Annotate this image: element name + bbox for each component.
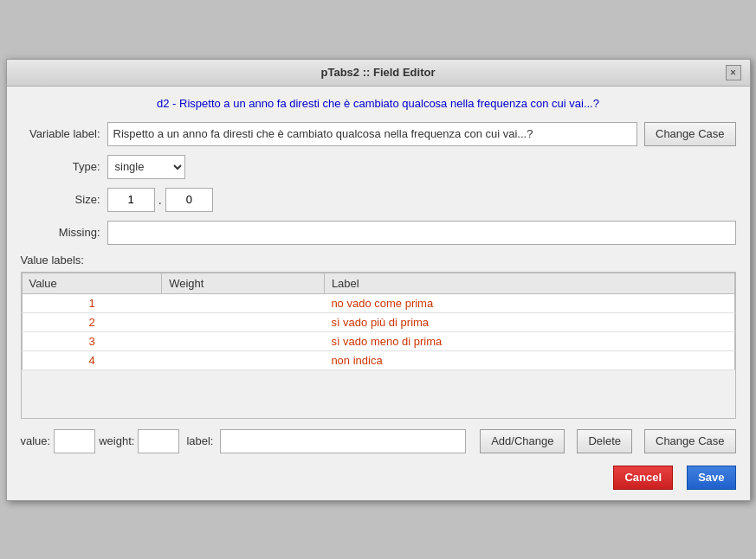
action-buttons: Add/Change Delete Change Case [473, 429, 735, 453]
table-row[interactable]: 3sì vado meno di prima [22, 331, 734, 350]
missing-row: Missing: [21, 221, 736, 245]
cell-value: 4 [22, 350, 162, 369]
variable-label-row: Variable label: Change Case [21, 122, 736, 146]
change-case-button-bottom[interactable]: Change Case [644, 429, 736, 453]
change-case-button-top[interactable]: Change Case [644, 122, 736, 146]
cell-value: 3 [22, 331, 162, 350]
size-input-1[interactable] [107, 188, 155, 212]
save-button[interactable]: Save [687, 466, 735, 490]
title-bar: pTabs2 :: Field Editor × [7, 60, 750, 87]
cell-label: sì vado più di prima [324, 312, 734, 331]
col-header-value: Value [22, 273, 162, 293]
cell-weight [162, 350, 325, 369]
cancel-button[interactable]: Cancel [613, 466, 673, 490]
value-labels-table: Value Weight Label 1no vado come prima2s… [22, 273, 735, 370]
cell-label: sì vado meno di prima [324, 331, 734, 350]
value-labels-section: Value labels: Value Weight Label 1no vad… [21, 254, 736, 419]
cell-weight [162, 293, 325, 312]
size-input-2[interactable] [165, 188, 213, 212]
add-change-button[interactable]: Add/Change [480, 429, 565, 453]
col-header-weight: Weight [162, 273, 325, 293]
bottom-weight-input[interactable] [138, 429, 179, 453]
bottom-weight-label: weight: [99, 434, 134, 447]
cell-value: 2 [22, 312, 162, 331]
size-row: Size: . [21, 188, 736, 212]
missing-label: Missing: [21, 226, 107, 239]
variable-label-input[interactable] [107, 122, 638, 146]
type-label: Type: [21, 160, 107, 173]
col-header-label: Label [324, 273, 734, 293]
window-title: pTabs2 :: Field Editor [31, 66, 726, 79]
subtitle: d2 - Rispetto a un anno fa diresti che è… [21, 97, 736, 110]
type-select-wrapper: single [107, 155, 185, 179]
cell-weight [162, 331, 325, 350]
cell-label: non indica [324, 350, 734, 369]
bottom-label-input[interactable] [220, 429, 466, 453]
footer-buttons: Cancel Save [21, 466, 736, 490]
size-label: Size: [21, 193, 107, 206]
value-labels-table-container[interactable]: Value Weight Label 1no vado come prima2s… [21, 272, 736, 419]
variable-label-label: Variable label: [21, 127, 107, 140]
cell-value: 1 [22, 293, 162, 312]
cell-weight [162, 312, 325, 331]
bottom-value-label: value: [21, 434, 51, 447]
delete-button[interactable]: Delete [577, 429, 632, 453]
table-row[interactable]: 1no vado come prima [22, 293, 734, 312]
cell-label: no vado come prima [324, 293, 734, 312]
size-separator: . [158, 192, 162, 208]
bottom-value-input[interactable] [54, 429, 95, 453]
field-editor-window: pTabs2 :: Field Editor × d2 - Rispetto a… [6, 59, 751, 501]
bottom-label-label: label: [186, 434, 213, 447]
bottom-input-row: value: weight: label: Add/Change Delete … [21, 429, 736, 453]
value-labels-title: Value labels: [21, 254, 736, 267]
table-header-row: Value Weight Label [22, 273, 734, 293]
close-button[interactable]: × [726, 65, 741, 80]
window-content: d2 - Rispetto a un anno fa diresti che è… [7, 87, 750, 500]
type-row: Type: single [21, 155, 736, 179]
type-select[interactable]: single [107, 155, 185, 179]
missing-input[interactable] [107, 221, 736, 245]
value-labels-tbody: 1no vado come prima2sì vado più di prima… [22, 293, 734, 369]
table-row[interactable]: 2sì vado più di prima [22, 312, 734, 331]
table-row[interactable]: 4non indica [22, 350, 734, 369]
